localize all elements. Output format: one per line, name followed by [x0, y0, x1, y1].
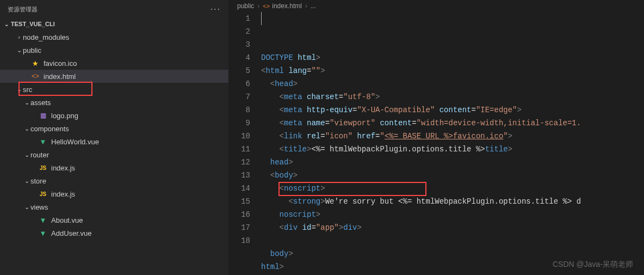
file-item[interactable]: ▼About.vue [0, 213, 228, 227]
code-line[interactable]: <head> [261, 77, 644, 90]
folder-item[interactable]: ⌄views [0, 200, 228, 213]
tree-item-label: components [30, 125, 69, 133]
code-editor[interactable]: 123456789101112131415161718 DOCTYPE html… [228, 12, 644, 275]
line-number: 7 [228, 90, 250, 103]
chevron-down-icon: ⌄ [23, 99, 30, 106]
explorer-sidebar: 资源管理器 ··· ⌄ TEST_VUE_CLI ›node_modules⌄p… [0, 0, 228, 275]
chevron-down-icon: ⌄ [23, 178, 30, 185]
code-line[interactable]: <div id="app">div> [261, 221, 644, 234]
chevron-down-icon: ⌄ [15, 86, 23, 93]
file-item[interactable]: ▦logo.png [0, 109, 228, 122]
line-number: 17 [228, 221, 250, 234]
file-item[interactable]: ★favicon.ico [0, 57, 228, 70]
line-number: 4 [228, 51, 250, 64]
watermark: CSDN @Java-呆萌老师 [553, 260, 633, 270]
vue-icon: ▼ [38, 229, 48, 237]
line-number: 14 [228, 182, 250, 195]
code-line[interactable]: <title><%= htmlWebpackPlugin.options.tit… [261, 143, 644, 156]
html-icon: <> [263, 3, 270, 9]
file-item[interactable]: ▼AddUser.vue [0, 227, 228, 240]
line-number: 13 [228, 169, 250, 182]
code-line[interactable] [261, 234, 644, 247]
tree-item-label: AddUser.vue [51, 229, 91, 237]
tree-item-label: favicon.ico [44, 59, 77, 68]
line-number: 1 [228, 12, 250, 25]
chevron-right-icon: › [15, 34, 23, 40]
js-icon: JS [38, 190, 48, 198]
line-number: 8 [228, 103, 250, 117]
line-number: 10 [228, 130, 250, 143]
line-number: 3 [228, 38, 250, 51]
file-item[interactable]: <>index.html [0, 70, 228, 83]
chevron-down-icon: ⌄ [23, 204, 30, 211]
more-actions-icon[interactable]: ··· [210, 4, 221, 14]
code-line[interactable]: <strong>We're sorry but <%= htmlWebpackP… [261, 195, 644, 208]
code-line[interactable]: <meta name="viewport" content="width=dev… [261, 117, 644, 130]
folder-item[interactable]: ›node_modules [0, 30, 228, 44]
code-line[interactable]: noscript> [261, 208, 644, 221]
code-line[interactable]: <meta http-equiv="X-UA-Compatible" conte… [261, 103, 644, 117]
chevron-down-icon: ⌄ [23, 125, 30, 132]
folder-item[interactable]: ⌄store [0, 174, 228, 187]
tree-item-label: logo.png [51, 112, 78, 120]
line-number: 15 [228, 195, 250, 208]
project-label: TEST_VUE_CLI [11, 21, 55, 27]
folder-item[interactable]: ⌄public [0, 44, 228, 57]
line-number: 11 [228, 143, 250, 156]
file-tree: ›node_modules⌄public★favicon.ico<>index.… [0, 29, 228, 275]
code-line[interactable]: <link rel="icon" href="<%= BASE_URL %>fa… [261, 130, 644, 143]
code-content[interactable]: DOCTYPE html><html lang=""> <head> <meta… [261, 12, 644, 275]
crumb-public[interactable]: public [237, 2, 254, 10]
crumb-more[interactable]: ... [311, 2, 316, 10]
vue-icon: ▼ [38, 216, 48, 224]
line-number: 6 [228, 77, 250, 90]
tree-item-label: public [23, 46, 41, 54]
line-number: 5 [228, 64, 250, 77]
chevron-down-icon: ⌄ [23, 151, 30, 158]
tree-item-label: node_modules [23, 33, 69, 41]
tree-item-label: src [23, 85, 32, 94]
line-number: 12 [228, 156, 250, 169]
file-item[interactable]: ▼HelloWorld.vue [0, 135, 228, 148]
code-line[interactable]: head> [261, 156, 644, 169]
code-line[interactable]: <html lang=""> [261, 64, 644, 77]
breadcrumb-sep-icon: › [257, 2, 259, 10]
code-line[interactable]: DOCTYPE html> [261, 51, 644, 64]
tree-item-label: views [30, 203, 48, 211]
breadcrumb-sep-icon: › [305, 2, 307, 10]
tree-item-label: About.vue [51, 216, 83, 224]
folder-item[interactable]: ⌄router [0, 148, 228, 161]
file-item[interactable]: JSindex.js [0, 187, 228, 200]
star-icon: ★ [30, 59, 40, 68]
line-number: 16 [228, 208, 250, 221]
line-gutter: 123456789101112131415161718 [228, 12, 261, 275]
code-line[interactable]: body> [261, 247, 644, 260]
tree-item-label: index.js [51, 164, 75, 172]
cursor [261, 12, 262, 25]
line-number: 2 [228, 25, 250, 38]
editor-area: ▼App.vue▼Home.vue▼About.vue{}package.jso… [228, 0, 644, 275]
code-line[interactable]: <noscript> [261, 182, 644, 195]
tree-item-label: HelloWorld.vue [51, 138, 99, 146]
vue-icon: ▼ [38, 137, 48, 146]
chevron-down-icon: ⌄ [15, 47, 23, 54]
js-icon: JS [38, 163, 48, 172]
folder-item[interactable]: ⌄assets [0, 96, 228, 109]
file-item[interactable]: JSindex.js [0, 161, 228, 174]
project-root[interactable]: ⌄ TEST_VUE_CLI [0, 19, 228, 29]
tree-item-label: index.js [51, 190, 75, 198]
folder-item[interactable]: ⌄src [0, 83, 228, 96]
chevron-down-icon: ⌄ [4, 21, 9, 27]
code-line[interactable]: <meta charset="utf-8"> [261, 90, 644, 103]
img-icon: ▦ [38, 111, 48, 120]
crumb-index[interactable]: index.html [272, 2, 302, 10]
sidebar-header: 资源管理器 ··· [0, 0, 228, 19]
html-icon: <> [30, 72, 40, 81]
line-number: 9 [228, 117, 250, 130]
explorer-title: 资源管理器 [8, 5, 38, 14]
tree-item-label: store [30, 177, 46, 185]
tree-item-label: assets [30, 99, 51, 107]
code-line[interactable]: <body> [261, 169, 644, 182]
breadcrumb[interactable]: public › <> index.html › ... [228, 0, 644, 12]
folder-item[interactable]: ⌄components [0, 122, 228, 135]
